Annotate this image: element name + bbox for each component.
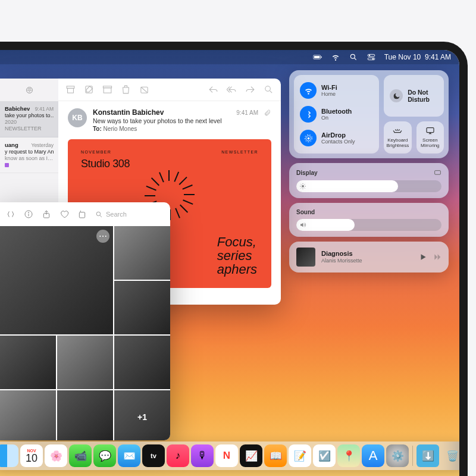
play-icon[interactable] [419,253,427,261]
photo-thumbnail[interactable] [57,336,113,389]
dock-app-news[interactable]: N [215,444,238,467]
display-expand-icon[interactable] [434,169,441,177]
dock-app-photos[interactable]: 🌸 [45,444,67,467]
now-playing[interactable]: DiagnosisAlanis Morissette [289,242,449,273]
wifi-toggle[interactable]: Wi-FiHome [298,81,375,100]
dock-app-podcasts[interactable]: 🎙 [191,444,214,467]
svg-point-38 [28,212,29,213]
attachment-icon[interactable] [264,109,271,117]
more-icon[interactable]: ⋯ [96,230,109,243]
dock-app-messages[interactable]: 💬 [93,444,116,467]
speaker-icon [299,221,306,228]
photo-thumbnail[interactable] [114,336,170,389]
dock-app-settings[interactable]: ⚙️ [386,444,409,467]
svg-rect-2 [321,57,321,58]
dock-app-stocks[interactable]: 📈 [240,444,262,467]
sender-avatar: KB [68,108,87,127]
reply-icon[interactable] [208,84,218,95]
compose-icon[interactable] [84,84,94,95]
resize-icon[interactable] [6,209,15,219]
dock-app-notes[interactable]: 📝 [289,444,311,467]
album-art [296,248,315,267]
svg-point-14 [302,185,304,187]
forward-icon[interactable] [245,84,255,95]
svg-point-6 [369,55,370,56]
dock-app-books[interactable]: 📖 [264,444,287,467]
display-slider[interactable] [296,180,441,192]
dock-app-reminders[interactable]: ☑️ [313,444,336,467]
keyboard-brightness-button[interactable]: Keyboard Brightness [384,121,411,154]
message-item[interactable]: uangYesterday y request to Mary Ann know… [0,137,58,173]
svg-line-21 [301,188,302,189]
svg-line-19 [301,184,302,185]
rotate-icon[interactable] [77,209,87,219]
sound-slider[interactable] [296,219,441,231]
svg-point-41 [96,212,101,216]
message-item[interactable]: Babichev9:41 AM take your photos to… 202… [0,101,58,137]
control-center-icon[interactable] [367,53,376,61]
photo-thumbnail[interactable]: +1 [114,390,170,440]
dock-downloads[interactable]: ⬇️ [416,444,439,467]
dock: NOV10 🌸 📹 💬 ✉️ tv ♪ 🎙 N 📈 📖 📝 ☑️ 📍 A ⚙️ … [0,441,459,470]
photo-thumbnail[interactable]: ⋯ [0,226,113,334]
filter-icon[interactable] [25,86,34,95]
screen-mirroring-button[interactable]: Screen Mirroring [416,121,444,154]
reply-all-icon[interactable] [227,84,237,95]
photos-window: Search ⋯ +1 ⋯ [0,202,170,440]
dock-app-maps[interactable]: 📍 [337,444,360,467]
dock-app-music[interactable]: ♪ [167,444,189,467]
svg-point-3 [350,54,355,58]
display-panel: Display [289,163,449,198]
mail-header: KB Konstantin Babichev9:41 AM New ways t… [58,101,281,139]
dock-app-tv[interactable]: tv [142,444,165,467]
photo-thumbnail[interactable] [114,226,170,280]
photos-toolbar: Search [0,202,170,226]
info-icon[interactable] [24,209,33,219]
dock-app-calendar[interactable]: NOV10 [20,444,43,467]
bluetooth-icon [300,106,317,123]
junk-icon[interactable] [139,84,149,95]
spotlight-icon[interactable] [349,53,358,61]
wifi-icon[interactable] [331,53,340,61]
photos-search[interactable]: Search [95,211,164,218]
laptop-frame: Tue Nov 10 9:41 AM Wi-FiHome BluetoothOn… [0,42,468,476]
dock-app-mail[interactable]: ✉️ [118,444,140,467]
sender-name: Konstantin Babichev [93,108,164,117]
desktop: Tue Nov 10 9:41 AM Wi-FiHome BluetoothOn… [0,50,459,476]
archive-box-icon[interactable] [102,84,112,95]
menubar-datetime[interactable]: Tue Nov 10 9:41 AM [384,53,451,61]
next-icon[interactable] [433,253,441,261]
svg-line-20 [305,188,305,189]
airdrop-toggle[interactable]: AirDropContacts Only [298,129,375,148]
photo-thumbnail[interactable] [57,390,113,440]
archive-icon[interactable] [65,84,76,95]
dock-app-facetime[interactable]: 📹 [69,444,92,467]
svg-point-9 [307,137,309,139]
svg-line-35 [270,91,273,93]
dnd-toggle[interactable]: Do Not Disturb [384,75,444,117]
battery-icon[interactable] [313,53,322,61]
mail-recipient: To: Nerio Mones [93,126,258,132]
svg-rect-12 [427,128,434,133]
svg-line-4 [354,58,356,60]
svg-point-8 [372,58,373,60]
sun-icon [299,183,306,190]
photo-thumbnail[interactable] [0,390,56,440]
more-photos-badge[interactable]: +1 [114,390,170,440]
search-icon[interactable] [264,84,274,95]
trash-icon[interactable] [121,84,131,95]
sound-panel: Sound [289,203,449,237]
svg-rect-40 [79,212,84,218]
dock-trash[interactable]: 🗑️ [441,444,464,467]
svg-line-33 [141,87,148,93]
photo-thumbnail[interactable] [114,281,170,334]
flag-icon [5,163,9,167]
svg-rect-31 [103,86,111,88]
favorite-icon[interactable] [60,209,69,219]
mail-toolbar [58,79,281,101]
photo-thumbnail[interactable] [0,336,56,389]
dock-app-appstore[interactable]: A [362,444,384,467]
bluetooth-toggle[interactable]: BluetoothOn [298,105,375,124]
share-icon[interactable] [42,209,51,219]
dock-app-finder[interactable] [0,444,18,467]
